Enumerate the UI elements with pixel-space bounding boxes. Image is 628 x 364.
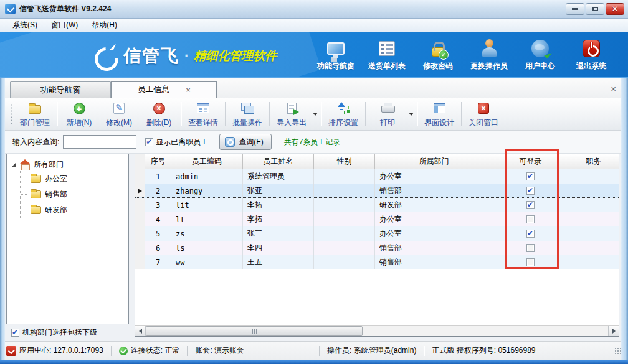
brand-slogan: 精细化管理软件	[194, 48, 277, 64]
table-row[interactable]: 1 admin 系统管理员 办公室	[135, 169, 619, 184]
batch-ops-button[interactable]: 批量操作	[227, 98, 267, 130]
tree-item-office[interactable]: 办公室	[21, 171, 128, 187]
dropdown-caret-icon[interactable]	[313, 113, 318, 116]
scroll-right-icon	[612, 329, 616, 334]
scroll-left-icon	[139, 329, 142, 334]
status-bar: 应用中心: 127.0.0.1:7093 连接状态: 正常 账套: 演示账套 操…	[0, 341, 628, 360]
app-logo-icon	[5, 4, 16, 14]
header-job[interactable]: 职务	[568, 154, 619, 169]
header-name[interactable]: 员工姓名	[243, 154, 314, 169]
ui-design-icon	[434, 103, 445, 113]
import-export-icon	[287, 103, 297, 114]
ui-design-button[interactable]: 界面设计	[419, 98, 459, 130]
include-sub-dept-checkbox[interactable]	[11, 329, 19, 337]
show-resigned-checkbox[interactable]	[145, 138, 153, 146]
header-gender[interactable]: 性别	[314, 154, 375, 169]
app-window: 信管飞送货单软件 V9.2.424 ✕ 系统(S) 窗口(W) 帮助(H) 信管…	[0, 0, 628, 364]
banner-action-nav[interactable]: 功能导航窗	[310, 37, 361, 72]
can-login-checkbox[interactable]	[526, 172, 535, 180]
minimize-icon	[572, 8, 578, 10]
banner-action-delivery-list[interactable]: 送货单列表	[361, 37, 412, 72]
tree-item-rnd[interactable]: 研发部	[21, 202, 128, 218]
banner-action-exit[interactable]: 退出系统	[566, 37, 617, 72]
globe-icon	[531, 40, 549, 57]
maximize-button[interactable]	[586, 3, 604, 15]
home-icon	[19, 161, 31, 170]
search-button[interactable]: 查询(F)	[219, 134, 271, 150]
tabstrip-close-icon[interactable]: ×	[611, 83, 616, 94]
table-row-selected[interactable]: 2 zhangy 张亚 销售部	[135, 184, 619, 198]
scroll-left-button[interactable]	[135, 326, 146, 336]
include-sub-dept-row: 机构部门选择包括下级	[11, 327, 97, 338]
can-login-checkbox[interactable]	[526, 230, 535, 238]
minimize-button[interactable]	[566, 3, 584, 15]
tab-employee-info[interactable]: 员工信息 ×	[111, 81, 217, 98]
window-border-right	[621, 78, 628, 360]
add-button[interactable]: + 新增(N)	[59, 98, 99, 130]
header-indicator	[135, 154, 145, 169]
header-seq[interactable]: 序号	[145, 154, 171, 169]
tab-function-nav[interactable]: 功能导航窗	[10, 81, 111, 98]
tree-children: 办公室 销售部 研发部	[20, 171, 128, 218]
menu-system[interactable]: 系统(S)	[6, 19, 44, 32]
edit-button[interactable]: 修改(M)	[99, 98, 139, 130]
can-login-checkbox[interactable]	[526, 258, 535, 266]
close-window-button[interactable]: × 关闭窗口	[464, 98, 503, 130]
status-operator: 操作员: 系统管理员(admin)	[327, 345, 416, 356]
show-resigned-label: 显示已离职员工	[156, 137, 208, 147]
query-input[interactable]	[63, 135, 136, 149]
table-row[interactable]: 5 zs 张三 办公室	[135, 226, 619, 241]
table-header: 序号 员工编码 员工姓名 性别 所属部门 可登录 职务	[135, 154, 619, 169]
header-dept[interactable]: 所属部门	[375, 154, 493, 169]
import-export-button[interactable]: 导入导出	[272, 98, 312, 130]
toolbar-separator	[57, 102, 57, 126]
horizontal-scrollbar[interactable]	[135, 325, 619, 336]
status-license: 正式版 授权序列号: 051696989	[432, 345, 535, 356]
brand-dot: ·	[184, 48, 189, 64]
table-row[interactable]: 6 ls 李四 销售部	[135, 241, 619, 255]
toolbar-separator	[417, 102, 417, 126]
tree-item-sales[interactable]: 销售部	[21, 187, 128, 202]
delete-icon: ×	[153, 103, 165, 114]
dropdown-caret-icon[interactable]	[409, 113, 414, 116]
brand-name: 信管飞	[123, 44, 179, 68]
toolbar-separator	[181, 102, 181, 126]
banner-actions: 功能导航窗 送货单列表 修改密码 更换操作员 用户中心 退出系统	[310, 37, 617, 72]
header-code[interactable]: 员工编码	[171, 154, 243, 169]
banner-action-change-password[interactable]: 修改密码	[412, 37, 464, 72]
banner-action-user-center[interactable]: 用户中心	[515, 37, 566, 72]
tab-close-icon[interactable]: ×	[186, 85, 191, 95]
menu-help[interactable]: 帮助(H)	[85, 19, 123, 32]
tree-expander-icon[interactable]	[12, 162, 16, 167]
can-login-checkbox[interactable]	[526, 187, 535, 195]
table-row[interactable]: 7 ww 王五 销售部	[135, 255, 619, 269]
edit-icon	[113, 103, 125, 114]
menu-bar: 系统(S) 窗口(W) 帮助(H)	[0, 19, 628, 32]
print-icon	[381, 103, 394, 114]
window-border-bottom	[0, 360, 628, 364]
table-row[interactable]: 4 lt 李拓 办公室	[135, 212, 619, 226]
close-button[interactable]: ✕	[606, 3, 624, 15]
scrollbar-thumb[interactable]	[146, 326, 363, 336]
can-login-checkbox[interactable]	[526, 201, 535, 209]
view-details-button[interactable]: 查看详情	[183, 98, 223, 130]
maximize-icon	[592, 7, 598, 11]
row-indicator-arrow-icon	[138, 189, 142, 194]
lock-check-icon	[432, 47, 444, 57]
delete-button[interactable]: × 删除(D)	[139, 98, 179, 130]
monitor-icon	[327, 42, 345, 55]
scroll-right-button[interactable]	[608, 326, 619, 336]
dept-manage-button[interactable]: 部门管理	[15, 98, 55, 130]
table-row[interactable]: 3 lit 李拓 研发部	[135, 198, 619, 212]
menu-window[interactable]: 窗口(W)	[45, 19, 84, 32]
tree-root-all-departments[interactable]: 所有部门	[12, 159, 128, 170]
print-button[interactable]: 打印	[368, 98, 407, 130]
can-login-checkbox[interactable]	[526, 215, 535, 223]
close-icon: ✕	[612, 5, 619, 13]
power-icon	[583, 40, 600, 57]
banner-action-switch-operator[interactable]: 更换操作员	[464, 37, 515, 72]
can-login-checkbox[interactable]	[526, 244, 535, 252]
show-resigned-checkbox-group: 显示已离职员工	[145, 137, 208, 147]
header-can-login[interactable]: 可登录	[493, 154, 568, 169]
sort-settings-button[interactable]: 排序设置	[323, 98, 363, 130]
